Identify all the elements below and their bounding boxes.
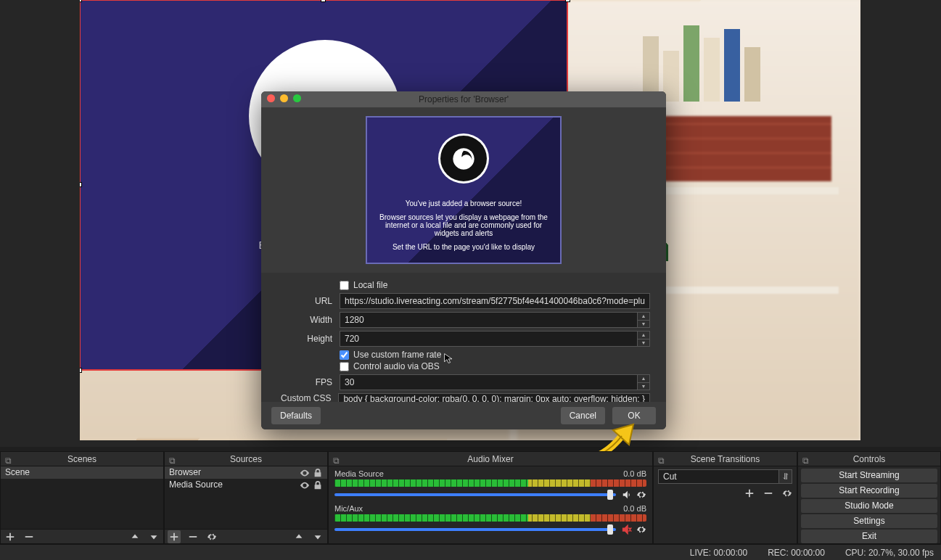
settings-button[interactable]: Settings: [801, 514, 937, 528]
status-cpu: CPU: 20.7%, 30.00 fps: [845, 548, 934, 558]
lock-icon[interactable]: [313, 468, 323, 478]
dialog-button-bar: Defaults Cancel OK: [261, 402, 666, 429]
eye-icon[interactable]: [300, 480, 310, 490]
scene-row[interactable]: Scene: [1, 466, 163, 479]
audio-mixer-dock: ⧉Audio Mixer Media Source0.0 dB Mic/Aux0…: [328, 451, 653, 544]
controls-dock: ⧉Controls Start Streaming Start Recordin…: [797, 451, 941, 544]
mini-line3: Set the URL to the page you'd like to di…: [393, 243, 535, 251]
exit-button[interactable]: Exit: [801, 530, 937, 543]
fps-step-down[interactable]: ▼: [637, 382, 650, 391]
eye-icon[interactable]: [300, 468, 310, 478]
remove-source-button[interactable]: [186, 530, 200, 543]
track-name: Media Source: [334, 469, 384, 478]
scene-name: Scene: [5, 466, 30, 479]
dialog-preview: You've just added a browser source! Brow…: [261, 107, 666, 273]
scenes-dock: ⧉Scenes Scene: [0, 451, 164, 544]
minimize-window-icon[interactable]: [280, 94, 288, 102]
add-transition-button[interactable]: [744, 488, 755, 501]
dialog-titlebar[interactable]: Properties for 'Browser': [261, 91, 666, 107]
custom-fps-label: Use custom frame rate: [353, 350, 441, 360]
gear-icon[interactable]: [636, 524, 646, 535]
mixer-track: Mic/Aux0.0 dB: [334, 504, 646, 535]
controls-title: Controls: [853, 454, 886, 464]
move-scene-down-button[interactable]: [147, 530, 160, 543]
cancel-button[interactable]: Cancel: [561, 407, 605, 424]
sources-toolbar: [165, 529, 327, 543]
scenes-list[interactable]: Scene: [1, 466, 163, 529]
height-input[interactable]: [340, 331, 637, 347]
move-scene-up-button[interactable]: [128, 530, 141, 543]
track-db: 0.0 dB: [623, 469, 646, 478]
status-live: LIVE: 00:00:00: [690, 548, 747, 558]
move-source-down-button[interactable]: [311, 530, 324, 543]
speaker-muted-icon[interactable]: [622, 524, 632, 535]
control-audio-label: Control audio via OBS: [353, 361, 440, 371]
source-row[interactable]: Media Source: [165, 479, 327, 491]
defaults-button[interactable]: Defaults: [271, 407, 321, 424]
sources-list[interactable]: Browser Media Source: [165, 466, 327, 529]
width-step-down[interactable]: ▼: [637, 320, 650, 329]
move-source-up-button[interactable]: [292, 530, 305, 543]
customcss-label: Custom CSS: [277, 393, 331, 402]
close-window-icon[interactable]: [267, 94, 275, 102]
height-step-down[interactable]: ▼: [637, 339, 650, 347]
height-label: Height: [277, 334, 332, 344]
popout-icon[interactable]: ⧉: [332, 453, 340, 462]
width-step-up[interactable]: ▲: [637, 312, 650, 320]
start-recording-button[interactable]: Start Recording: [801, 484, 937, 498]
start-streaming-button[interactable]: Start Streaming: [801, 469, 937, 482]
window-traffic-lights[interactable]: [267, 94, 301, 102]
dialog-title: Properties for 'Browser': [419, 94, 509, 104]
mixer-title: Audio Mixer: [467, 454, 513, 464]
zoom-window-icon[interactable]: [293, 94, 301, 102]
source-row[interactable]: Browser: [165, 466, 327, 479]
sources-dock: ⧉Sources Browser Media Source: [164, 451, 328, 544]
transition-settings-button[interactable]: [782, 488, 792, 501]
track-db: 0.0 dB: [623, 504, 646, 513]
source-settings-button[interactable]: [205, 530, 218, 543]
control-audio-checkbox[interactable]: [340, 362, 349, 371]
audio-meter: [334, 479, 646, 487]
chevron-updown-icon[interactable]: ⥯: [779, 469, 792, 484]
transition-select[interactable]: [658, 469, 779, 484]
properties-dialog: Properties for 'Browser' You've just add…: [261, 91, 666, 429]
dialog-preview-thumb: You've just added a browser source! Brow…: [366, 116, 562, 264]
studio-mode-button[interactable]: Studio Mode: [801, 499, 937, 513]
lock-icon[interactable]: [313, 480, 323, 490]
remove-transition-button[interactable]: [763, 488, 773, 501]
local-file-label: Local file: [353, 280, 387, 290]
ok-button[interactable]: OK: [612, 407, 656, 424]
popout-icon[interactable]: ⧉: [801, 453, 810, 462]
source-name: Browser: [169, 466, 201, 479]
remove-scene-button[interactable]: [22, 530, 36, 543]
url-input[interactable]: [340, 293, 650, 309]
volume-slider[interactable]: [334, 493, 616, 496]
sources-title: Sources: [230, 454, 262, 464]
popout-icon[interactable]: ⧉: [657, 453, 665, 462]
gear-icon[interactable]: [636, 490, 646, 500]
fps-step-up[interactable]: ▲: [637, 374, 650, 382]
audio-meter: [334, 514, 646, 522]
volume-slider[interactable]: [334, 528, 616, 531]
transitions-dock: ⧉Scene Transitions ⥯: [653, 451, 797, 544]
status-bar: LIVE: 00:00:00 REC: 00:00:00 CPU: 20.7%,…: [0, 544, 941, 560]
local-file-checkbox[interactable]: [340, 281, 349, 290]
fps-label: FPS: [277, 377, 332, 387]
dialog-form: Local file URL Width ▲▼ Height ▲▼ Use cu…: [261, 273, 666, 402]
fps-input[interactable]: [340, 374, 637, 390]
docks: ⧉Scenes Scene ⧉Sources Browser Media Sou…: [0, 451, 941, 544]
popout-icon[interactable]: ⧉: [168, 453, 176, 462]
width-input[interactable]: [340, 312, 637, 328]
obs-logo-icon: [438, 133, 489, 184]
popout-icon[interactable]: ⧉: [4, 453, 12, 462]
height-step-up[interactable]: ▲: [637, 331, 650, 339]
add-source-button[interactable]: [168, 530, 181, 543]
width-label: Width: [277, 315, 332, 325]
speaker-icon[interactable]: [622, 490, 632, 500]
add-scene-button[interactable]: [4, 530, 17, 543]
preview-bookshelf: [643, 7, 824, 102]
scenes-title: Scenes: [67, 454, 96, 464]
scenes-toolbar: [1, 529, 163, 543]
customcss-input[interactable]: body { background-color: rgba(0, 0, 0, 0…: [338, 393, 650, 402]
custom-fps-checkbox[interactable]: [340, 350, 349, 360]
